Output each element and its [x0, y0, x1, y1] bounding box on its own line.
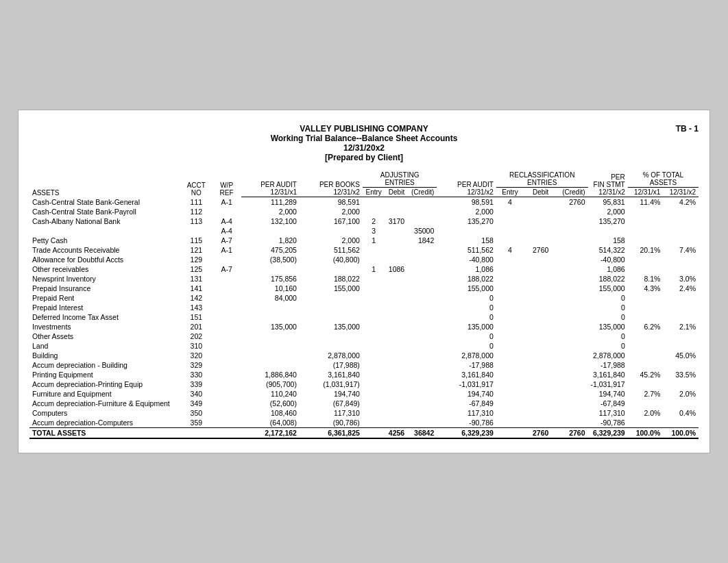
- per-audit-x1-header: PER AUDIT 12/31/x1: [241, 171, 300, 197]
- total-adj-entry: [363, 428, 385, 439]
- reclass-entries-header: RECLASSIFICATION ENTRIES: [496, 171, 588, 188]
- table-body: Cash-Central State Bank-General111A-1111…: [29, 197, 699, 428]
- table-row: Petty Cash115A-71,8202,00011842158158: [29, 236, 699, 245]
- table-row: Newsprint Inventory131175,856188,022188,…: [29, 274, 699, 284]
- table-row: Prepaid Interest14300: [29, 303, 699, 312]
- trial-balance-table: ASSETS ACCT NO W/P REF PER AUDIT 12/31/x…: [29, 171, 699, 439]
- report-title: Working Trial Balance--Balance Sheet Acc…: [29, 134, 699, 143]
- table-row: Accum depreciation - Building329(17,988)…: [29, 360, 699, 370]
- table-row: Trade Accounts Receivable121A-1475,20551…: [29, 245, 699, 255]
- table-row: Deferred Income Tax Asset15100: [29, 312, 699, 322]
- total-row: TOTAL ASSETS 2,172,162 6,361,825 4256 36…: [29, 428, 699, 439]
- adj-debit-header: Debit: [385, 188, 408, 197]
- table-row: Cash-Central State Bank-General111A-1111…: [29, 197, 699, 208]
- table-row: Allowance for Doubtful Accts129(38,500)(…: [29, 255, 699, 264]
- total-adj-debit: 4256: [385, 428, 408, 439]
- total-per-audit-x2: 6,329,239: [437, 428, 496, 439]
- total-fin-stmt: 6,329,239: [588, 428, 628, 439]
- total-label: TOTAL ASSETS: [29, 428, 180, 439]
- fin-stmt-header: PERFIN STMT12/31/x2: [588, 171, 628, 197]
- table-row: Accum depreciation-Printing Equip339(905…: [29, 379, 699, 389]
- table-row: Other Assets20200: [29, 331, 699, 341]
- table-row: Land31000: [29, 341, 699, 351]
- total-pct-x1: 100.0%: [628, 428, 664, 439]
- total-reclass-credit: 2760: [551, 428, 587, 439]
- total-adj-credit: 36842: [407, 428, 437, 439]
- table-row: Other receivables125A-7110861,0861,086: [29, 264, 699, 274]
- total-pct-x2: 100.0%: [663, 428, 699, 439]
- table-footer: TOTAL ASSETS 2,172,162 6,361,825 4256 36…: [29, 428, 699, 439]
- total-wp: [213, 428, 241, 439]
- table-row: Cash-Albany National Bank113A-4132,10016…: [29, 216, 699, 226]
- spreadsheet-container: VALLEY PUBLISHING COMPANY Working Trial …: [18, 110, 710, 453]
- report-header: VALLEY PUBLISHING COMPANY Working Trial …: [29, 124, 699, 162]
- table-row: Accum depreciation-Computers359(64,008)(…: [29, 418, 699, 428]
- prepared-by: [Prepared by Client]: [29, 153, 699, 162]
- table-row: Accum depreciation-Furniture & Equipment…: [29, 399, 699, 408]
- assets-header: ASSETS: [29, 171, 180, 197]
- total-acct: [180, 428, 213, 439]
- header-row-top: ASSETS ACCT NO W/P REF PER AUDIT 12/31/x…: [29, 171, 699, 188]
- table-row: Printing Equipment3301,886,8403,161,8403…: [29, 370, 699, 379]
- report-date: 12/31/20x2: [29, 143, 699, 153]
- total-per-books-x2: 6,361,825: [300, 428, 363, 439]
- report-ref: TB - 1: [676, 124, 699, 134]
- total-per-audit-x1: 2,172,162: [241, 428, 300, 439]
- table-row: Cash-Central State Bank-Payroll1122,0002…: [29, 207, 699, 216]
- company-name: VALLEY PUBLISHING COMPANY: [29, 124, 699, 134]
- total-reclass-entry: [496, 428, 524, 439]
- table-row: Investments201135,000135,000135,000135,0…: [29, 322, 699, 331]
- table-row: Computers350108,460117,310117,310117,310…: [29, 408, 699, 418]
- total-reclass-debit: 2760: [524, 428, 551, 439]
- adj-credit-header: (Credit): [407, 188, 437, 197]
- adj-entry-header: Entry: [363, 188, 385, 197]
- table-row: Building3202,878,0002,878,0002,878,00045…: [29, 351, 699, 360]
- wp-ref-header: W/P REF: [213, 171, 241, 197]
- per-books-x2-header: PER BOOKS 12/31/x2: [300, 171, 363, 197]
- table-row: A-4335000: [29, 226, 699, 236]
- pct-x1-header: 12/31/x1: [628, 188, 664, 197]
- adj-entries-header: ADJUSTING ENTRIES: [363, 171, 437, 188]
- table-row: Prepaid Rent14284,00000: [29, 293, 699, 303]
- per-audit-x2-header: PER AUDIT 12/31/x2: [437, 171, 496, 197]
- reclass-entry-header: Entry: [496, 188, 524, 197]
- reclass-credit-header: (Credit): [551, 188, 587, 197]
- reclass-debit-header: Debit: [524, 188, 551, 197]
- pct-total-header: % OF TOTAL ASSETS: [628, 171, 699, 188]
- table-row: Prepaid Insurance14110,160155,000155,000…: [29, 284, 699, 293]
- pct-x2-header: 12/31/x2: [663, 188, 699, 197]
- acct-no-header: ACCT NO: [180, 171, 213, 197]
- table-row: Furniture and Equipment340110,240194,740…: [29, 389, 699, 399]
